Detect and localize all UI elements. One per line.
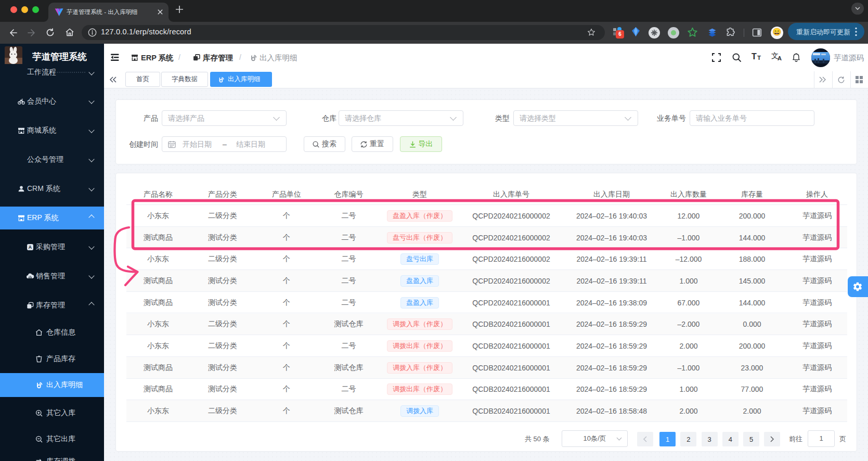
svg-text:A: A — [29, 245, 32, 250]
